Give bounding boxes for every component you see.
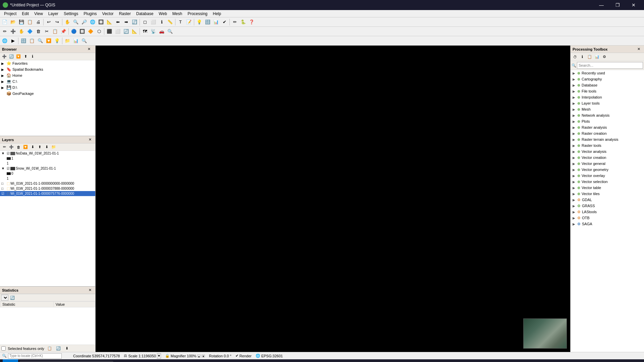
toolbox-vector-general[interactable]: ▶ ⊕ Vector general [571,161,644,167]
spatial-query-btn[interactable]: 🔍 [166,27,174,36]
undo-btn[interactable]: ↩ [45,18,53,26]
layers-close-btn[interactable]: ✕ [87,137,93,143]
start-button[interactable]: ⊞ [3,359,18,362]
toolbox-vector-geometry[interactable]: ▶ ⊕ Vector geometry [571,167,644,173]
browser-close-btn[interactable]: ✕ [86,46,92,52]
menu-plugins[interactable]: Plugins [81,10,99,17]
toolbox-vector-tiles[interactable]: ▶ ⊕ Vector tiles [571,191,644,197]
add-group-btn[interactable]: 📁 [63,37,71,45]
pt-settings-btn[interactable]: ⚙ [601,54,608,60]
scale-btn[interactable]: 📐 [130,27,139,36]
snap-btn[interactable]: 🔵 [70,27,78,36]
pt-history-btn[interactable]: 📋 [586,54,593,60]
save-as-btn[interactable]: 📋 [26,18,34,26]
menu-raster[interactable]: Raster [116,10,133,17]
move-up-btn[interactable]: ⬆ [36,144,43,150]
menu-vector[interactable]: Vector [100,10,116,17]
node-tool-btn[interactable]: 🔷 [26,27,34,36]
map-canvas[interactable] [96,46,570,352]
zoom-full-btn[interactable]: 🌐 [89,18,97,26]
trace-btn[interactable]: 🔶 [87,27,95,36]
advanced-digitize-btn[interactable]: 🔲 [78,27,86,36]
georef-btn[interactable]: 🗺 [141,27,149,36]
magnifier-up-btn[interactable]: ▲ [197,355,201,357]
browser-favorites[interactable]: ▶ ⭐ Favorites [0,60,95,66]
toolbox-raster-analysis[interactable]: ▶ ⊕ Raster analysis [571,124,644,130]
help-btn[interactable]: ❓ [248,18,256,26]
rotate-btn[interactable]: 🔄 [122,27,130,36]
search-input[interactable] [577,62,643,69]
open-table-btn[interactable]: 📋 [28,37,36,45]
refresh-btn[interactable]: 🔄 [130,18,139,26]
toolbox-lastools[interactable]: ▶ ⚙ LAStools [571,209,644,215]
toolbox-network-analysis[interactable]: ▶ ⊕ Network analysis [571,112,644,118]
animate-btn[interactable]: ▶ [9,37,17,45]
stats-layer-select[interactable] [1,295,8,301]
stats-close-btn[interactable]: ✕ [87,287,93,293]
toolbox-raster-terrain[interactable]: ▶ ⊕ Raster terrain analysis [571,136,644,142]
measure-btn[interactable]: 📏 [166,18,174,26]
toolbox-layer-tools[interactable]: ▶ ⊕ Layer tools [571,100,644,106]
taskbar-qgis[interactable]: 🌍 [272,359,286,362]
taskbar-blender[interactable]: 🔶 [179,359,194,362]
close-button[interactable]: ✕ [626,0,641,10]
label-btn[interactable]: T [176,18,184,26]
stats-down-btn[interactable]: ⬇ [64,346,70,352]
tip-of-day-btn[interactable]: 💡 [195,18,203,26]
toolbox-mesh[interactable]: ▶ ⊕ Mesh [571,106,644,112]
browser-d-drive[interactable]: ▶ 💾 D:\ [0,84,95,90]
menu-view[interactable]: View [32,10,46,17]
next-extent-btn[interactable]: ➡ [122,18,130,26]
taskbar-app3[interactable]: ⟳ [164,359,178,362]
layer-vector-3[interactable]: ☑ ⬚ Wi_01W_2021-01-1-0000075776-0000000 [0,191,95,196]
toolbox-file-tools[interactable]: ▶ ⊕ File tools [571,88,644,94]
field-calc-btn[interactable]: 🔢 [19,37,28,45]
browser-geopackage[interactable]: 📦 GeoPackage [0,90,95,97]
browser-c-drive[interactable]: ▶ 💻 C:\ [0,78,95,84]
identify-btn[interactable]: ℹ [158,18,166,26]
toolbox-plots[interactable]: ▶ ⊕ Plots [571,118,644,124]
toolbox-otb[interactable]: ▶ ⚙ OTB [571,215,644,221]
toolbox-cartography[interactable]: ▶ ⊕ Cartography [571,76,644,82]
select-features-btn[interactable]: ◻ [141,18,149,26]
prev-extent-btn[interactable]: ⬅ [114,18,122,26]
taskbar-firefox[interactable]: 🦊 [148,359,163,362]
map-canvas-area[interactable] [96,46,570,352]
menu-web[interactable]: Web [156,10,169,17]
select-by-expr-btn[interactable]: 🔍 [36,37,44,45]
statistical-summary-btn[interactable]: 📊 [212,18,220,26]
locate-input[interactable] [8,353,62,359]
move-feature-btn[interactable]: ✋ [17,27,25,36]
menu-settings[interactable]: Settings [61,10,81,17]
layer-nodata[interactable]: ▼ ☑ NoData_Wi_01W_2021-01-1 [0,151,95,156]
toolbox-raster-tools[interactable]: ▶ ⊕ Raster tools [571,142,644,148]
show-tips-btn[interactable]: 💡 [53,37,61,45]
layer-vector-1[interactable]: □ ⬚ Wi_01W_2021-01-1-0000000000-0000000 [0,181,95,186]
redo-btn[interactable]: ↪ [53,18,61,26]
gpx-btn[interactable]: 📡 [149,27,157,36]
taskbar-browser[interactable]: 🌐 [303,359,317,362]
digitize-btn[interactable]: ✏ [231,18,239,26]
feature-count-btn[interactable]: 🔢 [204,18,212,26]
zoom-out-btn[interactable]: 🔎 [80,18,88,26]
menu-layer[interactable]: Layer [46,10,61,17]
browser-filter-btn[interactable]: 🔽 [15,54,22,60]
browser-add-btn[interactable]: ➕ [1,54,8,60]
pan-btn[interactable]: ✋ [63,18,71,26]
toolbox-grass[interactable]: ▶ ⚙ GRASS [571,203,644,209]
zoom-native-btn[interactable]: 🔍 [80,37,88,45]
menu-help[interactable]: Help [210,10,224,17]
processing-close-btn[interactable]: ✕ [635,46,642,52]
taskbar-app11[interactable]: ⬡ [287,359,302,362]
taskbar-mail[interactable]: ✉ [210,359,225,362]
toggle-expand-btn[interactable]: ⬇ [29,144,36,150]
merge-features-btn[interactable]: ⬜ [114,27,122,36]
taskbar-taskview[interactable]: ⧉ [117,359,132,362]
browser-collapse-btn[interactable]: ⬆ [22,54,29,60]
taskbar-python[interactable]: 🐍 [318,359,333,362]
toolbox-gdal[interactable]: ▶ ⚙ GDAL [571,197,644,203]
layer-vector-2[interactable]: □ ⬚ Wi_01W_2021-01-1-0000037888-0000000 [0,186,95,191]
filter-layers-btn[interactable]: 🔽 [22,144,29,150]
stats-copy-btn[interactable]: 🔄 [55,346,62,352]
menu-processing[interactable]: Processing [185,10,210,17]
